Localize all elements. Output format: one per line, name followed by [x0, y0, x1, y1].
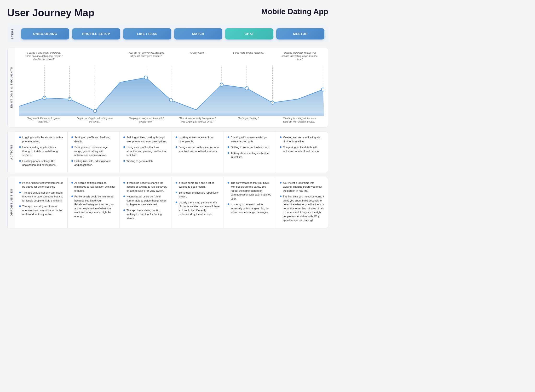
- bullet-item: All search settings could be minimised t…: [71, 181, 116, 193]
- bullet-dot: [123, 146, 125, 148]
- bullet-item: Comparing profile details with looks and…: [280, 145, 324, 153]
- emotion-quote-upper-3: "Finally! Cool!!": [189, 51, 205, 55]
- bullet-dot: [228, 136, 229, 138]
- actions-label: ACTIONS: [7, 132, 15, 173]
- bullet-item: Looking at likes received from other peo…: [176, 135, 220, 143]
- bullet-text: Editing user info, adding photos and des…: [75, 159, 116, 167]
- bullet-item: Logging in with Facebook or with a phone…: [19, 135, 63, 143]
- emotion-lower-col-0: "Log in with Facebook? I guess that's ok…: [19, 117, 69, 123]
- emotion-quote-upper-0: "Feeling a little lonely and bored. Ther…: [25, 51, 63, 61]
- bullet-dot: [176, 202, 177, 203]
- emotion-upper-col-5: "Meeting in person, finally! That sounds…: [275, 51, 324, 61]
- opportunities-grid: Phone number confirmation should be adde…: [15, 177, 328, 228]
- bullet-dot: [228, 146, 229, 148]
- svg-rect-19: [19, 113, 324, 116]
- bullet-text: Swiping profiles, looking through user p…: [127, 135, 168, 143]
- bullet-text: All search settings could be minimised t…: [75, 181, 116, 193]
- emotion-lower-col-3: "This all seems really boring now, I was…: [173, 117, 222, 123]
- bullet-text: The app should not only aim users that w…: [22, 191, 63, 203]
- bullet-text: Liking user profiles that look attractiv…: [127, 145, 168, 157]
- bullet-item: Heterosexual users don't feel comfortabl…: [123, 195, 168, 207]
- bullet-text: Looking at likes received from other peo…: [179, 135, 220, 143]
- bullet-text: The first time you meet someone, it take…: [283, 195, 324, 222]
- bullet-text: Talking about meeting each other in real…: [231, 151, 272, 159]
- emotion-upper-col-3: "Finally! Cool!!": [173, 51, 222, 61]
- bullet-dot: [176, 182, 177, 184]
- bullet-item: Chatting with someone who you were match…: [228, 135, 272, 143]
- actions-grid: Logging in with Facebook or with a phone…: [15, 132, 328, 173]
- steps-label: STEPS: [11, 28, 18, 39]
- bullet-text: You invest a lot of time into swiping, c…: [283, 181, 324, 193]
- bullet-dot: [176, 192, 177, 193]
- opportunities-label: OPPORTUNITIES: [7, 177, 15, 228]
- bullet-item: The app should not only aim users that w…: [19, 191, 63, 203]
- app-name: Mobile Dating App: [261, 7, 328, 16]
- bullet-dot: [71, 136, 73, 138]
- bullet-dot: [71, 160, 73, 162]
- bullet-dot: [19, 182, 21, 184]
- bullet-item: Swiping profiles, looking through user p…: [123, 135, 168, 143]
- grid-cell-0: Logging in with Facebook or with a phone…: [15, 132, 68, 173]
- emotion-upper-col-1: [70, 51, 120, 61]
- emotion-lower-col-4: "Let's get chatting.": [224, 117, 273, 123]
- emotion-quote-upper-2: "Yea, but not everyone is. Besides, why …: [127, 51, 165, 58]
- bullet-item: It is easy to be mean online, especially…: [228, 202, 272, 214]
- bullet-item: Some user profiles are repetitively show…: [176, 191, 220, 199]
- bullet-item: The conversations that you have with peo…: [228, 181, 272, 201]
- bullet-text: Waiting to get a match.: [127, 159, 153, 163]
- bullet-dot: [19, 146, 21, 148]
- emotion-chart: [19, 63, 324, 116]
- emotion-quote-lower-1: "Again, and again, all settings are the …: [76, 117, 114, 123]
- bullet-item: You invest a lot of time into swiping, c…: [280, 181, 324, 193]
- emotions-label: EMOTIONS & THOUGHTS: [7, 47, 15, 127]
- bullet-text: Being matched with someone who you liked…: [179, 145, 220, 153]
- grid-cell-1: Setting up profile and finalising detail…: [68, 132, 120, 173]
- bullet-text: Profile details could be minimised becau…: [75, 195, 116, 218]
- bullet-text: It is easy to be mean online, especially…: [231, 202, 272, 214]
- bullet-dot: [123, 182, 125, 184]
- bullet-item: The first time you meet someone, it take…: [280, 195, 324, 222]
- bullet-item: Liking user profiles that look attractiv…: [123, 145, 168, 157]
- bullet-item: Enabling phone settings like geolocation…: [19, 159, 63, 167]
- emotion-quote-lower-3: "This all seems really boring now, I was…: [178, 117, 216, 123]
- grid-cell-2: It would be better to change the actions…: [120, 177, 172, 228]
- bullet-text: Understanding app functions through tuto…: [22, 145, 63, 157]
- step-badge-onboarding: ONBOARDING: [21, 28, 69, 39]
- bullet-item: It would be better to change the actions…: [123, 181, 168, 193]
- bullet-item: The app can bring a culture of openness …: [19, 204, 63, 216]
- emotion-quote-lower-2: "Swiping is cool, a lot of beautiful peo…: [127, 117, 165, 123]
- bullet-item: Meeting and communicating with him/her i…: [280, 135, 324, 143]
- page-header: User Journey Map Mobile Dating App: [7, 7, 328, 19]
- bullet-dot: [123, 209, 125, 211]
- bullet-text: Some user profiles are repetitively show…: [179, 191, 220, 199]
- grid-cell-5: You invest a lot of time into swiping, c…: [276, 177, 328, 228]
- bullet-dot: [176, 136, 177, 138]
- emotion-lower-col-1: "Again, and again, all settings are the …: [70, 117, 120, 123]
- bullet-text: Logging in with Facebook or with a phone…: [22, 135, 63, 143]
- bullet-text: The app can bring a culture of openness …: [22, 204, 63, 216]
- bullet-dot: [228, 203, 229, 205]
- bullet-item: It takes some time and a lot of swiping …: [176, 181, 220, 189]
- bullet-text: Meeting and communicating with him/her i…: [283, 135, 324, 143]
- bullet-text: Usually there is no particular aim of co…: [179, 201, 220, 216]
- bullet-text: The app has a dating context making it a…: [127, 208, 168, 220]
- emotions-section: EMOTIONS & THOUGHTS "Feeling a little lo…: [7, 47, 328, 128]
- actions-section: ACTIONS Logging in with Facebook or with…: [7, 131, 328, 173]
- bullet-text: Setting up profile and finalising detail…: [75, 135, 116, 143]
- emotion-lower-col-2: "Swiping is cool, a lot of beautiful peo…: [121, 117, 171, 123]
- grid-cell-1: All search settings could be minimised t…: [68, 177, 120, 228]
- emotion-lower-col-5: "Chatting is boring, all the same talks …: [275, 117, 324, 123]
- step-badge-chat: CHAT: [225, 28, 273, 39]
- bullet-text: Enabling phone settings like geolocation…: [22, 159, 63, 167]
- bullet-dot: [280, 196, 282, 197]
- grid-cell-3: Looking at likes received from other peo…: [172, 132, 224, 173]
- emotion-upper-col-4: "Some more people matched.": [224, 51, 273, 61]
- grid-cell-3: It takes some time and a lot of swiping …: [172, 177, 224, 228]
- bullet-item: Editing user info, adding photos and des…: [71, 159, 116, 167]
- bullet-text: It takes some time and a lot of swiping …: [179, 181, 220, 189]
- bullet-dot: [228, 152, 229, 154]
- bullet-text: Heterosexual users don't feel comfortabl…: [127, 195, 168, 207]
- bullet-item: The app has a dating context making it a…: [123, 208, 168, 220]
- bullet-text: Phone number confirmation should be adde…: [22, 181, 63, 189]
- bullet-dot: [123, 160, 125, 162]
